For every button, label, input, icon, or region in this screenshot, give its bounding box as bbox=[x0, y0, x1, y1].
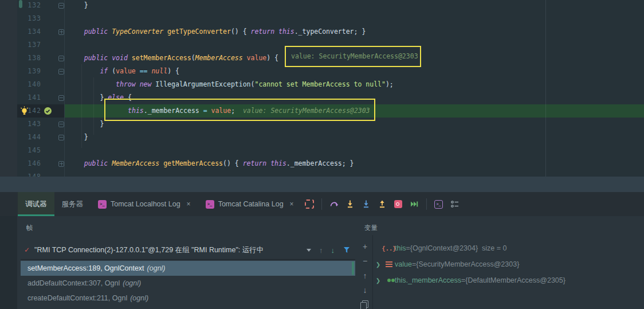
chevron-right-icon[interactable]: ❯ bbox=[373, 261, 383, 268]
code-token: } bbox=[68, 93, 108, 101]
move-up-icon[interactable]: ↑ bbox=[363, 271, 367, 280]
code-line: 148 bbox=[17, 170, 644, 177]
previous-frame-icon[interactable]: ↑ bbox=[319, 246, 323, 255]
code-line: 133 bbox=[17, 12, 644, 25]
close-tab-icon[interactable]: × bbox=[187, 200, 191, 208]
variable-row[interactable]: {..} this = {OgnlContext@2304} size = 0 bbox=[373, 240, 644, 256]
close-tab-icon[interactable]: × bbox=[290, 200, 294, 208]
tab-debugger[interactable]: 调试器 bbox=[18, 192, 54, 216]
fold-marker-icon[interactable] bbox=[58, 69, 64, 75]
editor-gutter[interactable]: 143 bbox=[17, 118, 65, 131]
filter-frames-icon[interactable] bbox=[343, 246, 351, 254]
frame-package: (ognl) bbox=[123, 279, 141, 287]
editor-gutter[interactable]: 144 bbox=[17, 131, 65, 144]
step-out-icon[interactable] bbox=[376, 198, 388, 210]
code-text: public TypeConverter getTypeConverter() … bbox=[65, 25, 644, 38]
editor-gutter[interactable]: 137 bbox=[17, 38, 65, 52]
editor-gutter[interactable]: 145 bbox=[17, 144, 65, 157]
next-frame-icon[interactable]: ↓ bbox=[331, 246, 335, 255]
editor-gutter[interactable]: 148 bbox=[17, 170, 65, 177]
fold-marker-icon[interactable] bbox=[58, 29, 64, 35]
step-into-icon[interactable] bbox=[344, 198, 356, 210]
thread-status-check-icon: ✓ bbox=[24, 246, 30, 254]
tab-server-label: 服务器 bbox=[62, 200, 84, 209]
frame-row[interactable]: setMemberAccess:189, OgnlContext(ognl) bbox=[21, 261, 355, 276]
code-token: IllegalArgumentException bbox=[155, 80, 250, 88]
variable-row[interactable]: ❯ this._memberAccess = {DefaultMemberAcc… bbox=[373, 272, 644, 288]
thread-selector[interactable]: ✓ "RMI TCP Connection(2)-127.0.0.1"@1,72… bbox=[21, 241, 355, 260]
fold-marker-icon[interactable] bbox=[58, 56, 64, 61]
variable-extra: size = 0 bbox=[478, 244, 506, 252]
run-to-cursor-icon[interactable] bbox=[408, 198, 421, 210]
code-line: 134 public TypeConverter getTypeConverte… bbox=[17, 25, 644, 38]
left-tool-stripe-bottom bbox=[0, 216, 17, 309]
move-down-icon[interactable]: ↓ bbox=[363, 285, 367, 295]
frames-pane-title: 帧 bbox=[26, 224, 33, 232]
line-number[interactable]: 141 bbox=[17, 91, 41, 104]
drop-frame-icon[interactable] bbox=[392, 198, 405, 210]
code-token bbox=[68, 54, 84, 62]
code-token: public bbox=[84, 159, 112, 167]
code-line: 144 } bbox=[17, 131, 644, 144]
line-number[interactable]: 146 bbox=[17, 157, 41, 170]
console-icon[interactable]: >_ bbox=[433, 198, 445, 210]
tab-tomcat-localhost-label: Tomcat Localhost Log bbox=[111, 200, 180, 208]
intention-bulb-icon[interactable] bbox=[19, 106, 29, 116]
frame-row[interactable]: createDefaultContext:211, Ognl(ognl) bbox=[21, 291, 355, 306]
fold-marker-icon[interactable] bbox=[58, 161, 64, 167]
variable-row[interactable]: ❯ value = {SecurityMemberAccess@2303} bbox=[373, 256, 644, 272]
code-token: MemberAccess bbox=[112, 159, 163, 167]
remove-watch-icon[interactable]: − bbox=[363, 256, 367, 265]
chevron-right-icon[interactable]: ❯ bbox=[373, 277, 383, 284]
tab-tomcat-localhost-log[interactable]: >_ Tomcat Localhost Log × bbox=[91, 192, 198, 216]
fold-marker-icon[interactable] bbox=[58, 122, 64, 127]
line-number[interactable]: 140 bbox=[17, 78, 41, 91]
tab-server[interactable]: 服务器 bbox=[54, 192, 91, 216]
breakpoint-verified-icon[interactable] bbox=[44, 107, 52, 115]
line-number[interactable]: 133 bbox=[17, 12, 41, 25]
editor-gutter[interactable]: 134 bbox=[17, 25, 65, 38]
frames-scrollbar-thumb[interactable] bbox=[352, 261, 354, 275]
line-number[interactable]: 138 bbox=[17, 52, 41, 65]
line-number[interactable]: 134 bbox=[17, 25, 41, 38]
fold-marker-icon[interactable] bbox=[58, 135, 64, 140]
editor-gutter[interactable]: 140 bbox=[17, 78, 65, 91]
fold-marker-icon[interactable] bbox=[58, 95, 64, 101]
tab-tomcat-catalina-log[interactable]: >_ Tomcat Catalina Log × bbox=[198, 192, 301, 216]
line-number[interactable]: 137 bbox=[17, 38, 41, 52]
editor-gutter[interactable]: 146 bbox=[17, 157, 65, 170]
thread-dropdown-icon[interactable] bbox=[307, 249, 311, 252]
frame-method: addDefaultContext:307, Ognl bbox=[28, 279, 120, 287]
force-step-into-icon[interactable] bbox=[360, 198, 372, 210]
editor-gutter[interactable]: 141 bbox=[17, 91, 65, 104]
fold-marker-icon[interactable] bbox=[58, 3, 64, 9]
code-token: ) { bbox=[266, 54, 278, 62]
code-token: if bbox=[100, 67, 112, 75]
line-number[interactable]: 144 bbox=[17, 131, 41, 144]
equals: = bbox=[412, 260, 416, 268]
editor-gutter[interactable]: 133 bbox=[17, 12, 65, 25]
add-watch-icon[interactable]: + bbox=[363, 242, 367, 251]
line-number[interactable]: 132 bbox=[17, 0, 41, 12]
step-over-icon[interactable] bbox=[328, 198, 340, 210]
layout-settings-icon[interactable] bbox=[449, 198, 461, 210]
frame-row[interactable]: setProperties:230, OgnlUtil(com.opensymp… bbox=[21, 306, 355, 309]
variable-name: value bbox=[395, 260, 412, 268]
editor-lines: 132 }133134 public TypeConverter getType… bbox=[17, 0, 644, 177]
indent-guide bbox=[81, 64, 82, 148]
editor-gutter[interactable]: 132 bbox=[17, 0, 65, 12]
frame-method: setMemberAccess:189, OgnlContext bbox=[28, 264, 144, 272]
code-token: ); bbox=[386, 80, 394, 88]
line-number[interactable]: 143 bbox=[17, 118, 41, 131]
line-number[interactable]: 139 bbox=[17, 65, 41, 78]
code-token: this bbox=[270, 159, 286, 167]
code-editor[interactable]: 132 }133134 public TypeConverter getType… bbox=[17, 0, 644, 177]
line-number[interactable]: 145 bbox=[17, 144, 41, 157]
frame-row[interactable]: addDefaultContext:307, Ognl(ognl) bbox=[21, 276, 355, 291]
code-token: new bbox=[140, 80, 156, 88]
line-number[interactable]: 148 bbox=[17, 170, 41, 177]
editor-gutter[interactable]: 139 bbox=[17, 65, 65, 78]
editor-gutter[interactable]: 138 bbox=[17, 52, 65, 65]
mute-breakpoints-icon[interactable] bbox=[303, 198, 316, 210]
copy-icon[interactable] bbox=[362, 300, 368, 309]
